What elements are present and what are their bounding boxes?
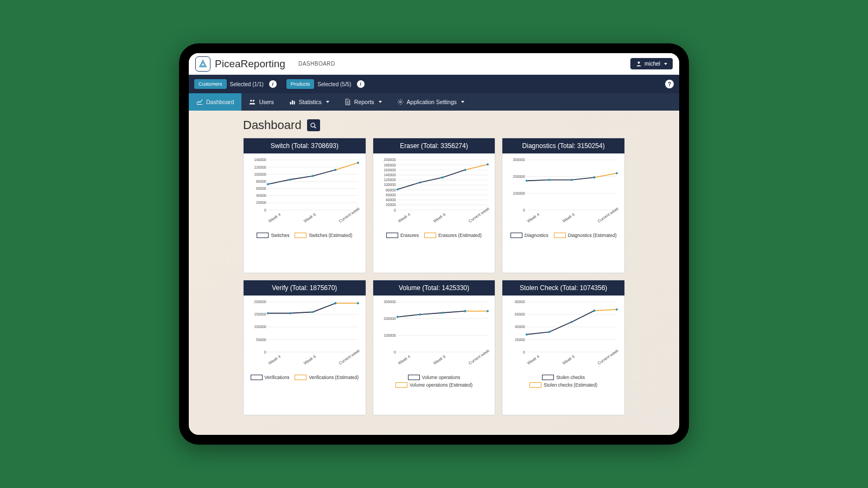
svg-text:100000: 100000: [254, 172, 266, 176]
nav-users[interactable]: Users: [241, 93, 281, 111]
x-axis: Week 4 Week 6 Current week: [506, 357, 621, 373]
nav-label: Dashboard: [206, 99, 234, 105]
svg-text:40000: 40000: [386, 198, 396, 202]
chart-card: Switch (Total: 3708693) 0200004000060000…: [243, 138, 366, 273]
legend-swatch: [424, 233, 436, 238]
svg-point-73: [571, 179, 573, 181]
chart-plot: 0100000200000300000: [506, 157, 621, 215]
info-icon[interactable]: i: [269, 80, 277, 88]
search-icon: [310, 122, 317, 129]
svg-text:40000: 40000: [256, 194, 266, 197]
chevron-down-icon: [664, 63, 667, 65]
nav-label: Users: [259, 99, 273, 105]
svg-point-88: [289, 312, 291, 314]
svg-text:200000: 200000: [254, 300, 266, 304]
legend-item[interactable]: Switches (Estimated): [295, 233, 352, 238]
legend-item[interactable]: Volume operations: [408, 375, 460, 380]
nav-label: Application Settings: [407, 99, 457, 105]
breadcrumb: DASHBOARD: [298, 61, 335, 67]
nav-statistics[interactable]: Statistics: [282, 93, 337, 111]
svg-point-103: [442, 312, 444, 314]
svg-text:100000: 100000: [513, 191, 526, 195]
legend-item[interactable]: Stolen checks: [542, 375, 585, 380]
page-title: Dashboard: [243, 118, 302, 132]
nav-dashboard[interactable]: Dashboard: [189, 93, 241, 111]
svg-text:0: 0: [264, 208, 266, 212]
svg-point-106: [487, 310, 489, 312]
user-menu[interactable]: michel: [630, 58, 673, 69]
svg-point-61: [464, 169, 466, 171]
svg-text:300000: 300000: [384, 300, 396, 304]
svg-rect-5: [292, 100, 293, 105]
user-icon: [636, 61, 642, 67]
products-status: Selected (5/5): [317, 81, 351, 87]
svg-rect-4: [290, 102, 291, 105]
chevron-down-icon: [326, 101, 329, 103]
svg-point-30: [289, 178, 291, 181]
chart-plot: 050000100000150000200000: [247, 299, 362, 357]
chart-card: Diagnostics (Total: 3150254) 01000002000…: [502, 138, 625, 273]
nav-reports[interactable]: Reports: [337, 93, 390, 111]
info-icon[interactable]: i: [357, 80, 365, 88]
content-area: Dashboard Switch (Total: 3708693) 020000…: [189, 111, 679, 435]
legend-label: Verifications: [265, 375, 290, 380]
help-button[interactable]: ?: [665, 80, 674, 88]
svg-text:0: 0: [264, 350, 266, 354]
card-title: Volume (Total: 1425330): [373, 280, 495, 296]
card-title: Stolen Check (Total: 1074356): [502, 280, 624, 296]
svg-point-31: [312, 175, 314, 177]
legend-item[interactable]: Erasures: [386, 233, 419, 238]
legend-swatch: [295, 375, 307, 380]
dashboard-grid: Switch (Total: 3708693) 0200004000060000…: [243, 138, 625, 415]
app-title: PiceaReporting: [215, 58, 285, 70]
legend-swatch: [554, 233, 566, 238]
card-body: 0200004000060000800001000001200001400001…: [373, 153, 495, 273]
legend-swatch: [408, 375, 420, 380]
svg-point-71: [526, 179, 528, 182]
customers-chip[interactable]: Customers: [194, 79, 227, 89]
legend-label: Volume operations (Estimated): [410, 382, 473, 388]
search-button[interactable]: [307, 119, 320, 131]
x-axis: Week 4 Week 6 Current week: [247, 357, 362, 373]
legend-item[interactable]: Switches: [257, 233, 289, 238]
chart-legend: SwitchesSwitches (Estimated): [247, 230, 362, 242]
customers-status: Selected (1/1): [230, 81, 264, 87]
card-title: Eraser (Total: 3356274): [373, 138, 495, 153]
chart-card: Volume (Total: 1425330) 0100000200000300…: [373, 280, 496, 415]
svg-point-72: [548, 179, 551, 181]
svg-point-2: [250, 100, 252, 101]
card-title: Verify (Total: 1875670): [244, 280, 366, 296]
svg-text:50000: 50000: [256, 338, 266, 342]
legend-swatch: [295, 233, 307, 238]
svg-point-101: [396, 316, 398, 318]
svg-text:200000: 200000: [513, 175, 526, 178]
chart-card: Eraser (Total: 3356274) 0200004000060000…: [373, 138, 496, 273]
nav-app-settings[interactable]: Application Settings: [390, 93, 472, 111]
svg-text:0: 0: [523, 208, 525, 212]
svg-text:140000: 140000: [254, 158, 266, 162]
svg-text:120000: 120000: [254, 165, 266, 169]
legend-item[interactable]: Diagnostics: [510, 233, 548, 238]
legend-item[interactable]: Verifications (Estimated): [295, 375, 359, 380]
nav-label: Statistics: [299, 99, 322, 105]
legend-item[interactable]: Stolen checks (Estimated): [529, 382, 597, 388]
svg-point-57: [396, 188, 398, 190]
svg-point-92: [357, 302, 359, 304]
legend-label: Diagnostics (Estimated): [568, 233, 617, 238]
svg-text:20000: 20000: [386, 203, 396, 207]
user-name: michel: [644, 61, 660, 67]
chart-legend: ErasuresErasures (Estimated): [376, 230, 492, 242]
products-chip[interactable]: Products: [286, 79, 315, 89]
svg-point-105: [464, 310, 466, 312]
svg-point-91: [334, 302, 336, 304]
chart-plot: 020000400006000080000100000120000140000: [247, 157, 362, 215]
svg-text:0: 0: [523, 350, 525, 354]
legend-item[interactable]: Verifications: [251, 375, 290, 380]
legend-item[interactable]: Volume operations (Estimated): [395, 382, 473, 388]
app-header: PiceaReporting DASHBOARD michel: [189, 53, 679, 75]
card-title: Diagnostics (Total: 3150254): [502, 138, 624, 153]
legend-item[interactable]: Diagnostics (Estimated): [554, 233, 617, 238]
gear-icon: [397, 99, 404, 105]
chevron-down-icon: [461, 101, 464, 103]
legend-item[interactable]: Erasures (Estimated): [424, 233, 482, 238]
